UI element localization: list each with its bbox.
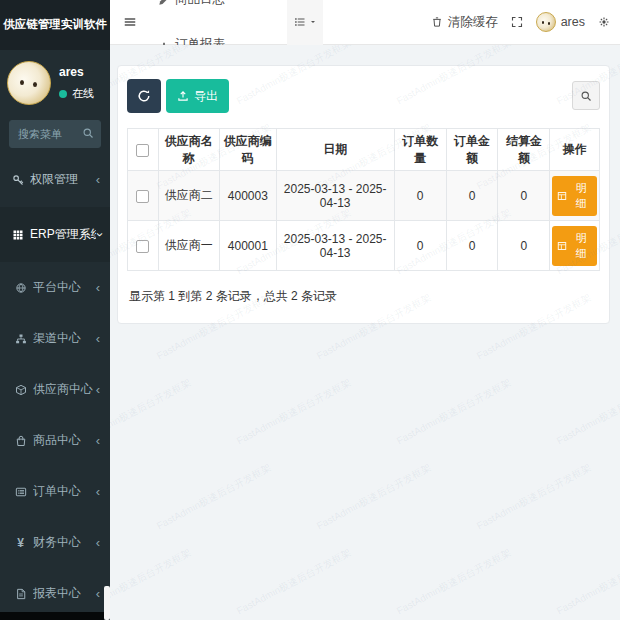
user-name: ares xyxy=(59,65,94,79)
user-avatar[interactable] xyxy=(7,61,51,105)
column-header: 日期 xyxy=(276,129,394,171)
sidebar-end-strip xyxy=(0,612,104,620)
suppliers-report-table: 供应商名称供应商编码日期订单数量订单金额结算金额操作 供应商二400003202… xyxy=(127,128,600,271)
watermark-text: FastAdmin极速后台开发框架 xyxy=(110,546,194,618)
watermark-text: FastAdmin极速后台开发框架 xyxy=(554,546,620,618)
sidebar-item-goods[interactable]: 商品中心‹ xyxy=(0,415,110,466)
table-cell: 400001 xyxy=(220,221,277,271)
watermark-text: FastAdmin极速后台开发框架 xyxy=(394,376,513,448)
sidebar-item-erp[interactable]: ERP管理系统‹ xyxy=(0,207,110,262)
topbar-username: ares xyxy=(561,15,585,29)
pencil-icon xyxy=(158,0,170,6)
table-cell: 0 xyxy=(394,221,446,271)
chevron-down-icon: ‹ xyxy=(90,232,105,236)
sidebar-item-label: 商品中心 xyxy=(33,432,81,449)
detail-button[interactable]: 明细 xyxy=(552,176,597,216)
content-area: FastAdmin极速后台开发框架FastAdmin极速后台开发框架FastAd… xyxy=(110,45,620,620)
sidebar-search xyxy=(9,120,101,148)
chevron-left-icon: ‹ xyxy=(96,331,100,346)
sidebar-item-platform[interactable]: 平台中心‹ xyxy=(0,262,110,313)
table-cell: 2025-03-13 - 2025-04-13 xyxy=(276,221,394,271)
refresh-button[interactable] xyxy=(127,79,161,113)
column-header: 订单金额 xyxy=(446,129,498,171)
detail-button[interactable]: 明细 xyxy=(552,226,597,266)
user-avatar-small xyxy=(536,12,556,32)
nav-more-dropdown[interactable] xyxy=(287,0,323,45)
column-header: 订单数量 xyxy=(394,129,446,171)
chevron-left-icon: ‹ xyxy=(96,535,100,550)
row-checkbox[interactable] xyxy=(136,190,149,203)
pagination-summary: 显示第 1 到第 2 条记录，总共 2 条记录 xyxy=(127,288,600,305)
user-menu[interactable]: ares xyxy=(536,12,585,32)
column-header: 供应商编码 xyxy=(220,129,277,171)
table-cell: 400003 xyxy=(220,171,277,221)
column-header: 供应商名称 xyxy=(158,129,219,171)
table-row: 供应商一4000012025-03-13 - 2025-04-13000明细 xyxy=(128,221,600,271)
table-cell: 供应商一 xyxy=(158,221,219,271)
search-icon xyxy=(580,90,592,102)
column-header: 操作 xyxy=(550,129,600,171)
sidebar-item-supplier[interactable]: 供应商中心‹ xyxy=(0,364,110,415)
nav-item-goods-log[interactable]: 商品日志 xyxy=(148,0,285,22)
box-icon xyxy=(13,384,28,396)
key-icon xyxy=(10,174,25,186)
table-cell: 0 xyxy=(446,171,498,221)
sidebar-toggle-icon[interactable] xyxy=(110,15,148,29)
watermark-text: FastAdmin极速后台开发框架 xyxy=(110,376,194,448)
watermark-text: FastAdmin极速后台开发框架 xyxy=(154,461,273,533)
bag-icon xyxy=(13,435,28,447)
sidebar-item-label: 权限管理 xyxy=(30,171,78,188)
watermark-text: FastAdmin极速后台开发框架 xyxy=(474,461,593,533)
chevron-left-icon: ‹ xyxy=(96,280,100,295)
refresh-icon xyxy=(137,89,151,103)
sidebar: 供应链管理实训软件 ares 在线 权限管理‹ERP管理系统‹平台中心‹渠道中心… xyxy=(0,0,110,620)
sitemap-icon xyxy=(13,333,28,345)
detail-icon xyxy=(557,191,567,201)
caret-down-icon xyxy=(309,18,317,26)
settings-button[interactable] xyxy=(598,16,610,28)
row-checkbox[interactable] xyxy=(136,240,149,253)
file-icon xyxy=(13,588,28,600)
clear-cache-button[interactable]: 清除缓存 xyxy=(431,14,498,31)
yen-icon: ¥ xyxy=(13,536,28,550)
watermark-text: FastAdmin极速后台开发框架 xyxy=(234,376,353,448)
table-cell: 0 xyxy=(498,171,550,221)
top-navbar: 管理员管理商品日志订单报表渠道销售明细报表 清除缓存 ares xyxy=(110,0,620,45)
table-cell: 0 xyxy=(394,171,446,221)
table-row: 供应商二4000032025-03-13 - 2025-04-13000明细 xyxy=(128,171,600,221)
fullscreen-button[interactable] xyxy=(511,16,523,28)
sidebar-item-channel[interactable]: 渠道中心‹ xyxy=(0,313,110,364)
chevron-left-icon: ‹ xyxy=(96,382,100,397)
report-panel: 导出 供应商名称供应商编码日期订单数量订单金额结算金额操作 供应商二400003… xyxy=(117,65,610,324)
watermark-text: FastAdmin极速后台开发框架 xyxy=(314,461,433,533)
table-search-button[interactable] xyxy=(572,81,600,110)
table-cell: 0 xyxy=(498,221,550,271)
table-cell: 供应商二 xyxy=(158,171,219,221)
sidebar-item-perm[interactable]: 权限管理‹ xyxy=(0,152,110,207)
panel-toolbar: 导出 xyxy=(127,79,600,113)
search-icon xyxy=(82,127,94,139)
trash-icon xyxy=(431,16,443,28)
select-all-checkbox[interactable] xyxy=(136,144,149,157)
chevron-left-icon: ‹ xyxy=(96,484,100,499)
sidebar-item-finance[interactable]: ¥财务中心‹ xyxy=(0,517,110,568)
sidebar-item-label: 供应商中心 xyxy=(33,381,93,398)
submenu-erp: 平台中心‹渠道中心‹供应商中心‹商品中心‹订单中心‹¥财务中心‹报表中心‹ xyxy=(0,262,110,619)
app-title: 供应链管理实训软件 xyxy=(0,0,110,50)
column-header: 结算金额 xyxy=(498,129,550,171)
chevron-left-icon: ‹ xyxy=(96,433,100,448)
detail-button-label: 明细 xyxy=(570,181,592,211)
sidebar-scrollbar[interactable] xyxy=(104,586,110,620)
sidebar-item-label: 报表中心 xyxy=(33,585,81,602)
upload-icon xyxy=(177,90,189,102)
listalt-icon xyxy=(13,486,28,498)
online-status-label: 在线 xyxy=(72,86,94,101)
export-button[interactable]: 导出 xyxy=(166,79,229,113)
sidebar-item-order[interactable]: 订单中心‹ xyxy=(0,466,110,517)
list-icon xyxy=(294,16,306,28)
table-cell: 2025-03-13 - 2025-04-13 xyxy=(276,171,394,221)
app-window: 供应链管理实训软件 ares 在线 权限管理‹ERP管理系统‹平台中心‹渠道中心… xyxy=(0,0,620,620)
chevron-left-icon: ‹ xyxy=(96,586,100,601)
watermark-text: FastAdmin极速后台开发框架 xyxy=(554,376,620,448)
online-status-dot xyxy=(59,90,67,98)
